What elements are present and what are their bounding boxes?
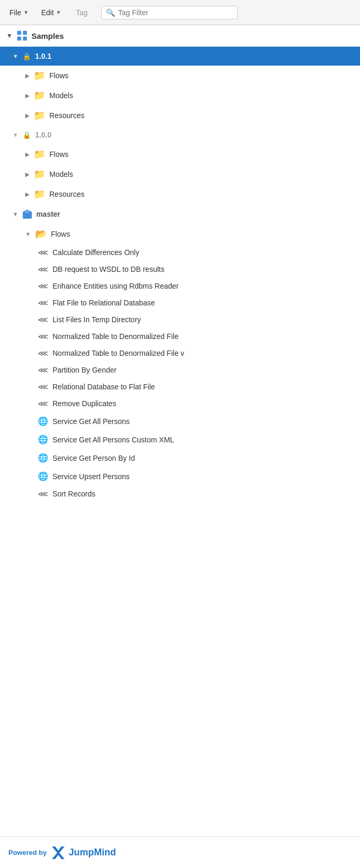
file-menu-button[interactable]: File ▼	[4, 6, 34, 19]
v100-resources-label: Resources	[49, 190, 84, 198]
item-label: Flat File to Relational Database	[52, 299, 155, 307]
list-item[interactable]: 🌐 Service Get All Persons	[0, 412, 360, 430]
v101-flows-folder[interactable]: ▶ 📁 Flows	[0, 66, 360, 86]
v100-models-label: Models	[49, 170, 73, 178]
item-label: Relational Database to Flat File	[52, 383, 155, 391]
v101-resources-label: Resources	[49, 111, 84, 120]
list-item[interactable]: ⋘ Calculate Differences Only	[0, 244, 360, 261]
service-icon: 🌐	[38, 416, 48, 426]
list-item[interactable]: ⋘ Remove Duplicates	[0, 395, 360, 412]
item-label: Remove Duplicates	[52, 399, 116, 408]
flow-icon: ⋘	[38, 349, 48, 357]
edit-label: Edit	[41, 8, 54, 17]
list-item[interactable]: ⋘ Normalized Table to Denormalized File …	[0, 345, 360, 362]
v101-flows-label: Flows	[49, 71, 69, 80]
master-flows-folder-icon: 📂	[35, 228, 47, 240]
v101-resources-folder-icon: 📁	[34, 110, 45, 121]
list-item[interactable]: ⋘ Normalized Table to Denormalized File	[0, 328, 360, 345]
svg-rect-2	[17, 37, 21, 40]
v100-resources-arrow: ▶	[25, 191, 29, 198]
flow-icon: ⋘	[38, 299, 48, 307]
samples-label: Samples	[31, 31, 64, 40]
item-label: Normalized Table to Denormalized File v	[52, 349, 184, 357]
edit-chevron-icon: ▼	[56, 9, 61, 15]
flow-icon: ⋘	[38, 399, 48, 408]
master-label: master	[36, 210, 60, 218]
list-item[interactable]: ⋘ Sort Records	[0, 485, 360, 502]
tag-filter-input[interactable]	[118, 8, 233, 17]
item-label: Service Upsert Persons	[52, 472, 130, 481]
tag-filter-container: 🔍	[101, 6, 238, 19]
v100-flows-arrow: ▶	[25, 151, 29, 158]
svg-rect-3	[23, 37, 27, 40]
v100-lock-icon: 🔒	[23, 131, 31, 139]
flow-icon: ⋘	[38, 248, 48, 257]
jumpmind-brand-name: JumpMind	[69, 847, 116, 858]
file-chevron-icon: ▼	[24, 9, 29, 15]
list-item[interactable]: ⋘ DB request to WSDL to DB results	[0, 261, 360, 278]
v100-label: 1.0.0	[35, 131, 51, 139]
svg-rect-0	[17, 31, 21, 35]
tree-area: ▼ Samples ▼ 🔒 1.0.1 ▶ 📁 Flows ▶ 📁 Models…	[0, 25, 360, 837]
v100-models-folder[interactable]: ▶ 📁 Models	[0, 164, 360, 184]
tag-label: Tag	[76, 8, 88, 17]
flow-icon: ⋘	[38, 282, 48, 290]
v101-collapse-arrow: ▼	[13, 53, 18, 59]
search-icon: 🔍	[106, 8, 115, 17]
item-label: Partition By Gender	[52, 366, 117, 374]
item-label: Service Get All Persons Custom XML	[52, 436, 174, 444]
master-collapse-arrow: ▼	[13, 211, 18, 217]
v101-models-label: Models	[49, 91, 73, 100]
version-101-row[interactable]: ▼ 🔒 1.0.1	[0, 47, 360, 66]
samples-root[interactable]: ▼ Samples	[0, 25, 360, 47]
list-item[interactable]: ⋘ Flat File to Relational Database	[0, 294, 360, 311]
toolbar: File ▼ Edit ▼ Tag 🔍	[0, 0, 360, 25]
v100-models-folder-icon: 📁	[34, 168, 45, 180]
flow-icon: ⋘	[38, 366, 48, 374]
version-100-row[interactable]: ▼ 🔒 1.0.0	[0, 125, 360, 144]
list-item[interactable]: ⋘ Enhance Entities using Rdbms Reader	[0, 278, 360, 294]
v101-flows-folder-icon: 📁	[34, 70, 45, 81]
powered-by-text: Powered by	[8, 849, 47, 856]
list-item[interactable]: 🌐 Service Get All Persons Custom XML	[0, 430, 360, 449]
samples-cube-icon	[17, 30, 27, 41]
list-item[interactable]: ⋘ List Files In Temp Directory	[0, 311, 360, 328]
item-label: DB request to WSDL to DB results	[52, 265, 164, 273]
v101-label: 1.0.1	[35, 52, 51, 60]
master-flows-folder[interactable]: ▼ 📂 Flows	[0, 224, 360, 244]
v100-flows-label: Flows	[49, 150, 69, 158]
v100-flows-folder[interactable]: ▶ 📁 Flows	[0, 144, 360, 164]
v101-models-folder-icon: 📁	[34, 90, 45, 101]
master-row[interactable]: ▼ master	[0, 204, 360, 224]
tag-button[interactable]: Tag	[69, 6, 96, 19]
v101-models-arrow: ▶	[25, 92, 29, 99]
flow-icon: ⋘	[38, 383, 48, 391]
list-item[interactable]: ⋘ Relational Database to Flat File	[0, 378, 360, 395]
service-icon: 🌐	[38, 435, 48, 444]
jumpmind-logo: JumpMind	[50, 844, 116, 861]
flow-icon: ⋘	[38, 315, 48, 324]
v100-models-arrow: ▶	[25, 171, 29, 178]
flow-icon: ⋘	[38, 490, 48, 498]
master-flows-arrow: ▼	[25, 231, 31, 237]
item-label: Sort Records	[52, 490, 96, 498]
master-cube-icon	[23, 209, 32, 219]
v101-flows-arrow: ▶	[25, 72, 29, 79]
list-item[interactable]: 🌐 Service Get Person By Id	[0, 449, 360, 467]
list-item[interactable]: 🌐 Service Upsert Persons	[0, 467, 360, 485]
file-label: File	[9, 8, 22, 17]
v101-resources-arrow: ▶	[25, 112, 29, 119]
samples-collapse-arrow: ▼	[6, 32, 13, 39]
edit-menu-button[interactable]: Edit ▼	[36, 6, 66, 19]
service-icon: 🌐	[38, 471, 48, 481]
v100-resources-folder-icon: 📁	[34, 188, 45, 200]
v101-models-folder[interactable]: ▶ 📁 Models	[0, 86, 360, 105]
v100-resources-folder[interactable]: ▶ 📁 Resources	[0, 184, 360, 204]
v101-resources-folder[interactable]: ▶ 📁 Resources	[0, 105, 360, 125]
service-icon: 🌐	[38, 453, 48, 463]
item-label: Enhance Entities using Rdbms Reader	[52, 282, 178, 290]
v100-collapse-arrow: ▼	[13, 132, 18, 138]
item-label: Normalized Table to Denormalized File	[52, 332, 178, 341]
v101-lock-icon: 🔒	[23, 52, 31, 60]
list-item[interactable]: ⋘ Partition By Gender	[0, 362, 360, 378]
